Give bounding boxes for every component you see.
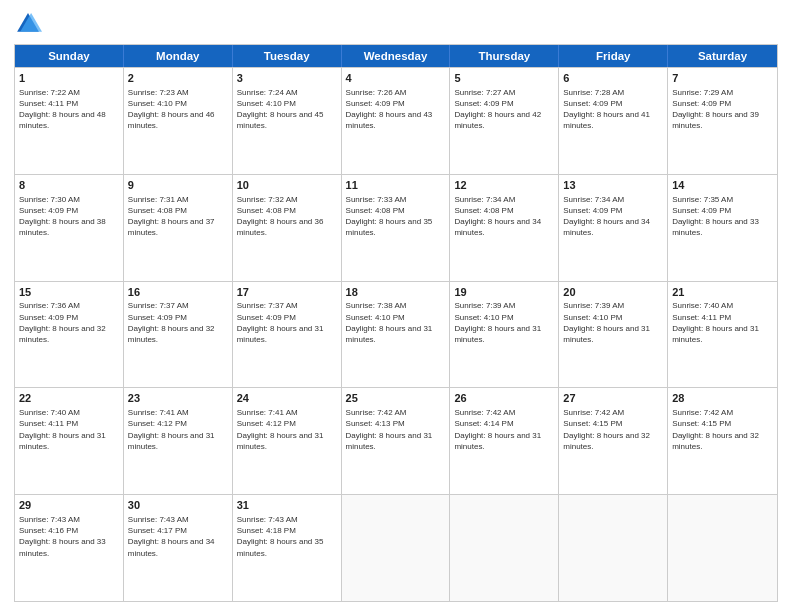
day-number: 26	[454, 391, 554, 406]
day-info: Sunrise: 7:33 AMSunset: 4:08 PMDaylight:…	[346, 194, 446, 239]
day-cell-28: 28Sunrise: 7:42 AMSunset: 4:15 PMDayligh…	[668, 388, 777, 494]
day-number: 27	[563, 391, 663, 406]
day-info: Sunrise: 7:42 AMSunset: 4:13 PMDaylight:…	[346, 407, 446, 452]
day-info: Sunrise: 7:32 AMSunset: 4:08 PMDaylight:…	[237, 194, 337, 239]
day-info: Sunrise: 7:43 AMSunset: 4:17 PMDaylight:…	[128, 514, 228, 559]
day-info: Sunrise: 7:39 AMSunset: 4:10 PMDaylight:…	[454, 300, 554, 345]
header-day-sunday: Sunday	[15, 45, 124, 67]
empty-cell	[450, 495, 559, 601]
day-cell-31: 31Sunrise: 7:43 AMSunset: 4:18 PMDayligh…	[233, 495, 342, 601]
day-cell-10: 10Sunrise: 7:32 AMSunset: 4:08 PMDayligh…	[233, 175, 342, 281]
header-day-friday: Friday	[559, 45, 668, 67]
day-info: Sunrise: 7:24 AMSunset: 4:10 PMDaylight:…	[237, 87, 337, 132]
day-cell-24: 24Sunrise: 7:41 AMSunset: 4:12 PMDayligh…	[233, 388, 342, 494]
day-info: Sunrise: 7:41 AMSunset: 4:12 PMDaylight:…	[128, 407, 228, 452]
day-info: Sunrise: 7:23 AMSunset: 4:10 PMDaylight:…	[128, 87, 228, 132]
day-number: 1	[19, 71, 119, 86]
day-cell-3: 3Sunrise: 7:24 AMSunset: 4:10 PMDaylight…	[233, 68, 342, 174]
calendar-body: 1Sunrise: 7:22 AMSunset: 4:11 PMDaylight…	[15, 67, 777, 601]
day-cell-6: 6Sunrise: 7:28 AMSunset: 4:09 PMDaylight…	[559, 68, 668, 174]
day-info: Sunrise: 7:42 AMSunset: 4:15 PMDaylight:…	[672, 407, 773, 452]
calendar: SundayMondayTuesdayWednesdayThursdayFrid…	[14, 44, 778, 602]
header-day-monday: Monday	[124, 45, 233, 67]
header-day-thursday: Thursday	[450, 45, 559, 67]
calendar-week-4: 22Sunrise: 7:40 AMSunset: 4:11 PMDayligh…	[15, 387, 777, 494]
day-cell-11: 11Sunrise: 7:33 AMSunset: 4:08 PMDayligh…	[342, 175, 451, 281]
day-number: 28	[672, 391, 773, 406]
day-cell-15: 15Sunrise: 7:36 AMSunset: 4:09 PMDayligh…	[15, 282, 124, 388]
header-day-wednesday: Wednesday	[342, 45, 451, 67]
day-number: 18	[346, 285, 446, 300]
calendar-header: SundayMondayTuesdayWednesdayThursdayFrid…	[15, 45, 777, 67]
day-number: 16	[128, 285, 228, 300]
day-cell-25: 25Sunrise: 7:42 AMSunset: 4:13 PMDayligh…	[342, 388, 451, 494]
day-number: 21	[672, 285, 773, 300]
page: SundayMondayTuesdayWednesdayThursdayFrid…	[0, 0, 792, 612]
day-cell-21: 21Sunrise: 7:40 AMSunset: 4:11 PMDayligh…	[668, 282, 777, 388]
day-cell-13: 13Sunrise: 7:34 AMSunset: 4:09 PMDayligh…	[559, 175, 668, 281]
day-cell-27: 27Sunrise: 7:42 AMSunset: 4:15 PMDayligh…	[559, 388, 668, 494]
day-cell-22: 22Sunrise: 7:40 AMSunset: 4:11 PMDayligh…	[15, 388, 124, 494]
day-info: Sunrise: 7:26 AMSunset: 4:09 PMDaylight:…	[346, 87, 446, 132]
header-day-saturday: Saturday	[668, 45, 777, 67]
day-number: 13	[563, 178, 663, 193]
day-cell-7: 7Sunrise: 7:29 AMSunset: 4:09 PMDaylight…	[668, 68, 777, 174]
day-cell-26: 26Sunrise: 7:42 AMSunset: 4:14 PMDayligh…	[450, 388, 559, 494]
day-number: 31	[237, 498, 337, 513]
day-info: Sunrise: 7:31 AMSunset: 4:08 PMDaylight:…	[128, 194, 228, 239]
day-cell-12: 12Sunrise: 7:34 AMSunset: 4:08 PMDayligh…	[450, 175, 559, 281]
day-number: 17	[237, 285, 337, 300]
day-number: 10	[237, 178, 337, 193]
day-cell-8: 8Sunrise: 7:30 AMSunset: 4:09 PMDaylight…	[15, 175, 124, 281]
day-number: 9	[128, 178, 228, 193]
day-cell-17: 17Sunrise: 7:37 AMSunset: 4:09 PMDayligh…	[233, 282, 342, 388]
day-cell-23: 23Sunrise: 7:41 AMSunset: 4:12 PMDayligh…	[124, 388, 233, 494]
day-info: Sunrise: 7:30 AMSunset: 4:09 PMDaylight:…	[19, 194, 119, 239]
day-info: Sunrise: 7:34 AMSunset: 4:09 PMDaylight:…	[563, 194, 663, 239]
day-cell-19: 19Sunrise: 7:39 AMSunset: 4:10 PMDayligh…	[450, 282, 559, 388]
header-day-tuesday: Tuesday	[233, 45, 342, 67]
day-number: 24	[237, 391, 337, 406]
day-cell-16: 16Sunrise: 7:37 AMSunset: 4:09 PMDayligh…	[124, 282, 233, 388]
day-info: Sunrise: 7:28 AMSunset: 4:09 PMDaylight:…	[563, 87, 663, 132]
day-cell-18: 18Sunrise: 7:38 AMSunset: 4:10 PMDayligh…	[342, 282, 451, 388]
day-info: Sunrise: 7:42 AMSunset: 4:14 PMDaylight:…	[454, 407, 554, 452]
calendar-week-3: 15Sunrise: 7:36 AMSunset: 4:09 PMDayligh…	[15, 281, 777, 388]
day-number: 8	[19, 178, 119, 193]
header	[14, 10, 778, 38]
day-cell-4: 4Sunrise: 7:26 AMSunset: 4:09 PMDaylight…	[342, 68, 451, 174]
day-number: 5	[454, 71, 554, 86]
day-number: 20	[563, 285, 663, 300]
day-info: Sunrise: 7:29 AMSunset: 4:09 PMDaylight:…	[672, 87, 773, 132]
day-info: Sunrise: 7:43 AMSunset: 4:18 PMDaylight:…	[237, 514, 337, 559]
day-info: Sunrise: 7:34 AMSunset: 4:08 PMDaylight:…	[454, 194, 554, 239]
day-info: Sunrise: 7:43 AMSunset: 4:16 PMDaylight:…	[19, 514, 119, 559]
calendar-week-5: 29Sunrise: 7:43 AMSunset: 4:16 PMDayligh…	[15, 494, 777, 601]
day-number: 30	[128, 498, 228, 513]
day-info: Sunrise: 7:41 AMSunset: 4:12 PMDaylight:…	[237, 407, 337, 452]
calendar-week-1: 1Sunrise: 7:22 AMSunset: 4:11 PMDaylight…	[15, 67, 777, 174]
logo-icon	[14, 10, 42, 38]
day-info: Sunrise: 7:40 AMSunset: 4:11 PMDaylight:…	[672, 300, 773, 345]
empty-cell	[668, 495, 777, 601]
day-info: Sunrise: 7:40 AMSunset: 4:11 PMDaylight:…	[19, 407, 119, 452]
day-info: Sunrise: 7:36 AMSunset: 4:09 PMDaylight:…	[19, 300, 119, 345]
day-cell-1: 1Sunrise: 7:22 AMSunset: 4:11 PMDaylight…	[15, 68, 124, 174]
logo	[14, 10, 46, 38]
day-number: 6	[563, 71, 663, 86]
day-number: 11	[346, 178, 446, 193]
day-info: Sunrise: 7:37 AMSunset: 4:09 PMDaylight:…	[128, 300, 228, 345]
day-cell-30: 30Sunrise: 7:43 AMSunset: 4:17 PMDayligh…	[124, 495, 233, 601]
day-number: 4	[346, 71, 446, 86]
day-cell-9: 9Sunrise: 7:31 AMSunset: 4:08 PMDaylight…	[124, 175, 233, 281]
day-number: 14	[672, 178, 773, 193]
day-info: Sunrise: 7:39 AMSunset: 4:10 PMDaylight:…	[563, 300, 663, 345]
day-info: Sunrise: 7:27 AMSunset: 4:09 PMDaylight:…	[454, 87, 554, 132]
day-number: 3	[237, 71, 337, 86]
day-number: 15	[19, 285, 119, 300]
day-number: 25	[346, 391, 446, 406]
day-number: 22	[19, 391, 119, 406]
day-cell-29: 29Sunrise: 7:43 AMSunset: 4:16 PMDayligh…	[15, 495, 124, 601]
empty-cell	[559, 495, 668, 601]
day-info: Sunrise: 7:38 AMSunset: 4:10 PMDaylight:…	[346, 300, 446, 345]
